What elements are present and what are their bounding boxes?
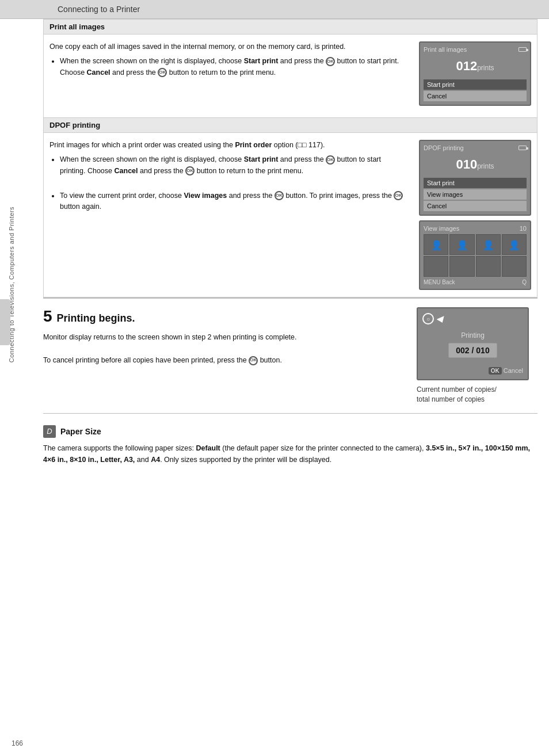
- ok-icon-1: OK: [326, 57, 335, 66]
- screen2-count-label: prints: [477, 162, 494, 170]
- section2-header: DPOF printing: [44, 118, 537, 133]
- thumb-7: [476, 256, 501, 277]
- step5-p1: Monitor display returns to the screen sh…: [43, 331, 402, 343]
- step5-img-col: ○ ◀ Printing 002 / 010 OKCancel Current …: [417, 307, 537, 404]
- screen2-count-area: 010prints: [424, 157, 527, 172]
- section1-bullet1: When the screen shown on the right is di…: [60, 56, 407, 78]
- thumb-4: 👤: [502, 234, 527, 255]
- page-number: 166: [12, 739, 23, 747]
- ok-icon-7: OK: [249, 356, 258, 365]
- section-print-all: Print all images One copy each of all im…: [44, 20, 537, 118]
- screen2-title: DPOF printing: [424, 144, 527, 151]
- screen1-menu-0: Start print: [424, 79, 527, 90]
- print-cancel-row: OKCancel: [422, 367, 523, 375]
- print-screen: ○ ◀ Printing 002 / 010 OKCancel: [417, 307, 529, 380]
- ok-icon-4: OK: [185, 166, 195, 175]
- thumb-3: 👤: [476, 234, 501, 255]
- section2-text: Print images for which a print order was…: [49, 140, 407, 290]
- ok-icon-5: OK: [274, 191, 284, 200]
- screen2-menu-2: Cancel: [424, 201, 527, 211]
- power-icon: ○: [422, 313, 434, 324]
- screen2-count: 010: [456, 157, 477, 171]
- caption-line2: total number of copies: [417, 395, 485, 403]
- section2-bullet1: When the screen shown on the right is di…: [60, 154, 407, 177]
- ok-icon-3: OK: [326, 155, 335, 165]
- screen3-bottom-bar: MENU Back Q: [424, 279, 527, 285]
- screen3-title-row: View images 10: [424, 225, 527, 232]
- screen3-zoom-icon: Q: [522, 279, 527, 285]
- section1-text: One copy each of all images saved in the…: [49, 41, 407, 110]
- section2-bullet2: To view the current print order, choose …: [60, 190, 407, 213]
- step5-section: 5Printing begins. Monitor display return…: [43, 297, 537, 413]
- battery-icon-2: [518, 146, 527, 150]
- section2-list: When the screen shown on the right is di…: [49, 154, 407, 177]
- thumb-5: [424, 256, 448, 277]
- thumb-2: 👤: [449, 234, 474, 255]
- battery-icon-1: [518, 47, 527, 52]
- note-header: D Paper Size: [43, 425, 537, 438]
- screen1-count-area: 012prints: [424, 59, 527, 74]
- screen1-count-label: prints: [477, 64, 494, 72]
- ok-icon-6: OK: [394, 191, 403, 200]
- section1-list: When the screen shown on the right is di…: [49, 56, 407, 78]
- step5-p2: To cancel printing before all copies hav…: [43, 354, 402, 366]
- print-screen-top: ○ ◀: [422, 313, 523, 324]
- print-count: 002 / 010: [448, 343, 497, 358]
- content-area: Print all images One copy each of all im…: [32, 19, 549, 477]
- ok-icon-2: OK: [158, 68, 167, 77]
- note-body: The camera supports the following paper …: [43, 442, 537, 465]
- note-icon: D: [43, 425, 56, 438]
- screen2-menu-0: Start print: [424, 178, 527, 188]
- note-title: Paper Size: [60, 427, 101, 436]
- screen3-back-label: MENU Back: [424, 279, 455, 285]
- section1-p1: One copy each of all images saved in the…: [49, 41, 407, 52]
- section-dpof: DPOF printing Print images for which a p…: [44, 118, 537, 297]
- section2-list2: To view the current print order, choose …: [49, 190, 407, 213]
- section2-image: DPOF printing 010prints Start print View…: [419, 140, 531, 290]
- view-grid: 👤 👤 👤 👤: [424, 234, 527, 277]
- step5-text-col: 5Printing begins. Monitor display return…: [43, 307, 402, 404]
- flash-icon: ◀: [436, 314, 443, 323]
- screen3-count: 10: [520, 225, 527, 232]
- section2-p1: Print images for which a print order was…: [49, 140, 407, 151]
- screen1-menu-1: Cancel: [424, 91, 527, 101]
- printing-label: Printing: [422, 331, 523, 339]
- step5-heading: 5Printing begins.: [43, 307, 402, 326]
- screen2-menu-1: View images: [424, 189, 527, 200]
- print-caption: Current number of copies/ total number o…: [417, 385, 497, 404]
- screen1-count: 012: [456, 59, 477, 73]
- page-header: Connecting to a Printer: [0, 0, 549, 19]
- thumb-8: [502, 256, 527, 277]
- section2-screen1: DPOF printing 010prints Start print View…: [419, 140, 531, 216]
- caption-line1: Current number of copies/: [417, 385, 497, 394]
- header-title: Connecting to a Printer: [58, 5, 140, 14]
- sidebar-tab: [0, 299, 10, 345]
- cancel-label: Cancel: [504, 367, 523, 374]
- section2-content: Print images for which a print order was…: [44, 133, 537, 297]
- section1-header: Print all images: [44, 20, 537, 35]
- note-section: D Paper Size The camera supports the fol…: [43, 413, 537, 477]
- screen1-title: Print all images: [424, 46, 527, 53]
- thumb-1: 👤: [424, 234, 448, 255]
- thumb-6: [449, 256, 474, 277]
- section2-screen2: View images 10 👤 👤 👤 👤: [419, 220, 531, 290]
- section1-content: One copy each of all images saved in the…: [44, 35, 537, 117]
- ok-badge: OK: [489, 367, 502, 375]
- page-wrapper: Connecting to a Printer Connecting to Te…: [0, 0, 549, 756]
- step5-title: Printing begins.: [57, 312, 135, 324]
- top-sections: Print all images One copy each of all im…: [43, 19, 537, 297]
- step5-number: 5: [43, 307, 52, 325]
- section1-image: Print all images 012prints Start print C…: [419, 41, 531, 110]
- section1-screen: Print all images 012prints Start print C…: [419, 41, 531, 106]
- sidebar: Connecting to Televisions, Computers and…: [0, 26, 23, 544]
- step5-desc: Monitor display returns to the screen sh…: [43, 331, 402, 366]
